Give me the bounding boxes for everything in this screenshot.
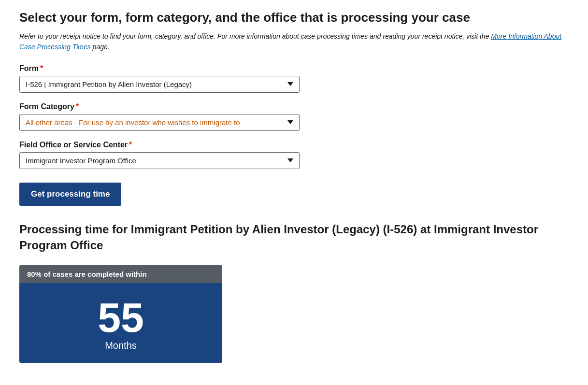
field-office-select[interactable]: Immigrant Investor Program Office — [19, 152, 300, 169]
processing-card-body: 55 Months — [19, 283, 222, 363]
processing-time-card: 80% of cases are completed within 55 Mon… — [19, 265, 222, 363]
processing-card-header: 80% of cases are completed within — [19, 265, 222, 283]
form-category-label: Form Category* — [19, 102, 569, 111]
page-subtext: Refer to your receipt notice to find you… — [19, 31, 569, 53]
subtext-before-link: Refer to your receipt notice to find you… — [19, 32, 491, 40]
form-group-office: Field Office or Service Center* Immigran… — [19, 141, 569, 169]
result-heading: Processing time for Immigrant Petition b… — [19, 221, 569, 254]
form-group-category: Form Category* All other areas - For use… — [19, 102, 569, 131]
category-required-star: * — [76, 102, 79, 111]
form-label: Form* — [19, 64, 569, 73]
form-select[interactable]: I-526 | Immigrant Petition by Alien Inve… — [19, 76, 300, 93]
field-office-label: Field Office or Service Center* — [19, 141, 569, 149]
get-processing-time-button[interactable]: Get processing time — [19, 183, 121, 206]
processing-number: 55 — [27, 297, 215, 338]
form-group-form: Form* I-526 | Immigrant Petition by Alie… — [19, 64, 569, 93]
form-category-select[interactable]: All other areas - For use by an investor… — [19, 114, 300, 131]
office-required-star: * — [129, 141, 132, 149]
subtext-after-link: page. — [91, 43, 110, 51]
processing-unit: Months — [27, 340, 215, 351]
page-heading: Select your form, form category, and the… — [19, 10, 569, 26]
form-required-star: * — [40, 64, 43, 72]
